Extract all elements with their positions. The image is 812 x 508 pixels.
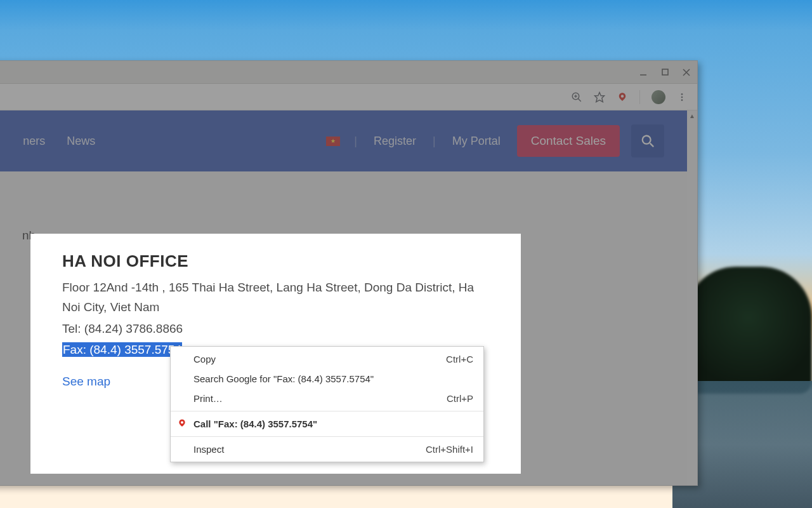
ctx-separator [171, 436, 483, 437]
ctx-separator [171, 411, 483, 411]
ctx-inspect-label: Inspect [193, 444, 426, 455]
ctx-copy[interactable]: Copy Ctrl+C [171, 349, 483, 369]
ctx-copy-shortcut: Ctrl+C [446, 354, 473, 364]
context-menu: Copy Ctrl+C Search Google for "Fax: (84.… [170, 346, 484, 462]
ctx-print-label: Print… [193, 393, 447, 404]
see-map-link[interactable]: See map [62, 375, 110, 389]
ctx-call[interactable]: Call "Fax: (84.4) 3557.5754" [171, 414, 483, 434]
ctx-print[interactable]: Print… Ctrl+P [171, 389, 483, 408]
office-fax-selected[interactable]: Fax: (84.4) 3557.5754 [62, 342, 182, 357]
ctx-search[interactable]: Search Google for "Fax: (84.4) 3557.5754… [171, 369, 483, 389]
ctx-inspect-shortcut: Ctrl+Shift+I [426, 444, 473, 455]
ctx-copy-label: Copy [193, 354, 446, 364]
office-address: Floor 12And -14th , 165 Thai Ha Street, … [62, 277, 489, 318]
phone-icon [177, 418, 187, 430]
ctx-search-label: Search Google for "Fax: (84.4) 3557.5754… [193, 373, 473, 384]
ctx-inspect[interactable]: Inspect Ctrl+Shift+I [171, 439, 483, 459]
office-tel: Tel: (84.24) 3786.8866 [62, 319, 489, 338]
office-title: HA NOI OFFICE [62, 251, 489, 271]
ctx-call-label: Call "Fax: (84.4) 3557.5754" [193, 418, 473, 429]
ctx-print-shortcut: Ctrl+P [447, 393, 473, 404]
wallpaper-trees [685, 267, 812, 394]
